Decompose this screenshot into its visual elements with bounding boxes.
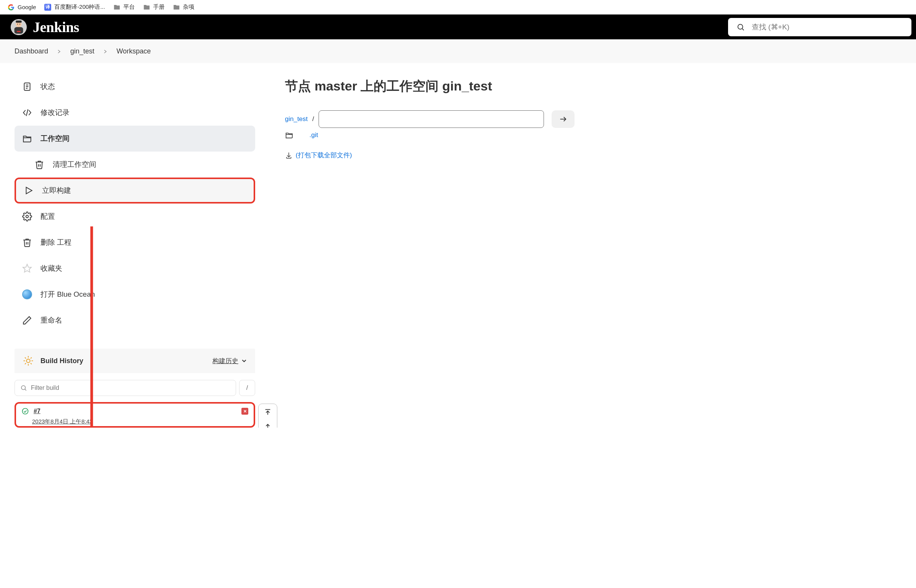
bookmark-label: 平台 bbox=[123, 3, 135, 11]
sidebar-item-label: 状态 bbox=[40, 82, 55, 92]
sidebar-item-build-now[interactable]: 立即构建 bbox=[15, 178, 255, 204]
folder-icon bbox=[143, 4, 150, 11]
bookmark-label: 杂项 bbox=[183, 3, 194, 11]
chevron-right-icon bbox=[57, 47, 61, 55]
build-filter-input[interactable] bbox=[31, 384, 230, 391]
bookmark-label: Google bbox=[18, 4, 36, 10]
build-history-title: Build History bbox=[40, 357, 206, 365]
build-filter-row: / bbox=[15, 380, 255, 396]
bookmark-folder-misc[interactable]: 杂项 bbox=[173, 3, 194, 11]
filter-shortcut-key: / bbox=[239, 380, 255, 396]
scroll-top-icon bbox=[264, 408, 272, 416]
folder-icon bbox=[113, 4, 120, 11]
pencil-icon bbox=[22, 315, 32, 325]
search-icon bbox=[736, 23, 745, 31]
git-folder-link[interactable]: .git bbox=[309, 131, 318, 139]
scroll-control[interactable] bbox=[258, 404, 277, 428]
path-go-button[interactable] bbox=[552, 110, 575, 128]
chevron-down-icon bbox=[241, 358, 247, 363]
project-path-link[interactable]: gin_test bbox=[285, 115, 308, 123]
sidebar-item-label: 重命名 bbox=[40, 315, 62, 325]
code-icon bbox=[22, 108, 32, 118]
main-content: 节点 master 上的工作空间 gin_test gin_test / .gi… bbox=[264, 74, 916, 428]
jenkins-icon bbox=[10, 18, 28, 36]
gear-icon bbox=[22, 212, 32, 221]
svg-point-28 bbox=[23, 409, 28, 414]
sidebar-item-status[interactable]: 状态 bbox=[15, 74, 255, 100]
play-icon bbox=[24, 186, 34, 195]
build-row[interactable]: #7 ✕ bbox=[21, 407, 248, 415]
google-icon bbox=[8, 4, 15, 11]
download-icon bbox=[285, 152, 293, 159]
path-input[interactable] bbox=[319, 110, 544, 128]
build-date[interactable]: 2023年8月4日 上午8:43 bbox=[32, 418, 248, 425]
svg-point-4 bbox=[17, 24, 18, 24]
build-history-link[interactable]: 构建历史 bbox=[212, 357, 247, 365]
sun-icon bbox=[23, 355, 34, 366]
sidebar-item-workspace[interactable]: 工作空间 bbox=[15, 126, 255, 152]
svg-rect-3 bbox=[16, 20, 21, 23]
sidebar-item-label: 工作空间 bbox=[40, 134, 70, 144]
blue-ocean-icon bbox=[22, 289, 32, 299]
bookmark-folder-manual[interactable]: 手册 bbox=[143, 3, 165, 11]
search-icon bbox=[20, 384, 27, 391]
sidebar-item-label: 立即构建 bbox=[42, 186, 71, 195]
svg-line-21 bbox=[31, 363, 32, 364]
breadcrumb-project[interactable]: gin_test bbox=[70, 47, 94, 55]
delete-build-icon[interactable]: ✕ bbox=[241, 408, 248, 415]
svg-line-27 bbox=[25, 389, 26, 390]
bookmark-baidu-translate[interactable]: 译 百度翻译-200种语... bbox=[44, 3, 105, 11]
svg-line-25 bbox=[31, 358, 32, 359]
folder-icon bbox=[285, 131, 293, 139]
trash-icon bbox=[34, 160, 44, 170]
bookmark-folder-platform[interactable]: 平台 bbox=[113, 3, 135, 11]
translate-icon: 译 bbox=[44, 4, 51, 11]
build-filter[interactable] bbox=[15, 380, 236, 396]
sidebar-item-blue-ocean[interactable]: 打开 Blue Ocean bbox=[15, 281, 255, 307]
svg-line-12 bbox=[26, 109, 28, 116]
sidebar-item-label: 打开 Blue Ocean bbox=[40, 289, 95, 299]
sidebar-item-rename[interactable]: 重命名 bbox=[15, 307, 255, 333]
svg-marker-14 bbox=[26, 187, 32, 194]
path-separator: / bbox=[312, 115, 314, 123]
breadcrumb-dashboard[interactable]: Dashboard bbox=[15, 47, 48, 55]
sidebar-item-changes[interactable]: 修改记录 bbox=[15, 100, 255, 126]
build-number[interactable]: #7 bbox=[34, 408, 40, 415]
build-history-latest: #7 ✕ 2023年8月4日 上午8:43 bbox=[15, 402, 255, 428]
directory-row: .git bbox=[285, 131, 901, 139]
sidebar-item-favorites[interactable]: 收藏夹 bbox=[15, 255, 255, 281]
search-input[interactable] bbox=[752, 23, 903, 31]
svg-rect-2 bbox=[15, 27, 23, 34]
sidebar-item-clean-workspace[interactable]: 清理工作空间 bbox=[15, 152, 255, 178]
sidebar-item-label: 清理工作空间 bbox=[53, 160, 96, 170]
brand-text: Jenkins bbox=[33, 19, 79, 36]
breadcrumb-workspace[interactable]: Workspace bbox=[117, 47, 151, 55]
sidebar-item-delete-project[interactable]: 删除 工程 bbox=[15, 229, 255, 255]
sidebar-item-label: 修改记录 bbox=[40, 108, 70, 118]
folder-icon bbox=[22, 134, 32, 144]
sidebar-item-label: 收藏夹 bbox=[40, 263, 62, 273]
svg-point-6 bbox=[738, 24, 743, 29]
sidebar: 状态 修改记录 工作空间 清理工作空间 立即构建 配置 删除 工程 bbox=[0, 74, 264, 428]
page-icon bbox=[22, 82, 32, 92]
sidebar-item-label: 删除 工程 bbox=[40, 237, 71, 247]
trash-icon bbox=[22, 237, 32, 247]
star-icon bbox=[22, 263, 32, 273]
chevron-right-icon bbox=[104, 47, 107, 55]
svg-line-7 bbox=[742, 29, 744, 30]
search-box[interactable] bbox=[728, 18, 911, 36]
sidebar-item-configure[interactable]: 配置 bbox=[15, 204, 255, 229]
sidebar-item-label: 配置 bbox=[40, 212, 55, 221]
bookmark-label: 百度翻译-200种语... bbox=[54, 3, 105, 11]
download-all-link[interactable]: (打包下载全部文件) bbox=[296, 151, 352, 160]
breadcrumb: Dashboard gin_test Workspace bbox=[0, 39, 916, 63]
svg-point-15 bbox=[26, 215, 29, 218]
folder-icon bbox=[173, 4, 180, 11]
svg-point-17 bbox=[26, 359, 30, 362]
bookmarks-bar: Google 译 百度翻译-200种语... 平台 手册 杂项 bbox=[0, 0, 916, 15]
jenkins-logo-link[interactable]: Jenkins bbox=[10, 18, 79, 36]
build-history-header: Build History 构建历史 bbox=[15, 349, 255, 373]
page-title: 节点 master 上的工作空间 gin_test bbox=[285, 78, 901, 95]
svg-point-5 bbox=[19, 24, 20, 24]
bookmark-google[interactable]: Google bbox=[8, 4, 36, 11]
